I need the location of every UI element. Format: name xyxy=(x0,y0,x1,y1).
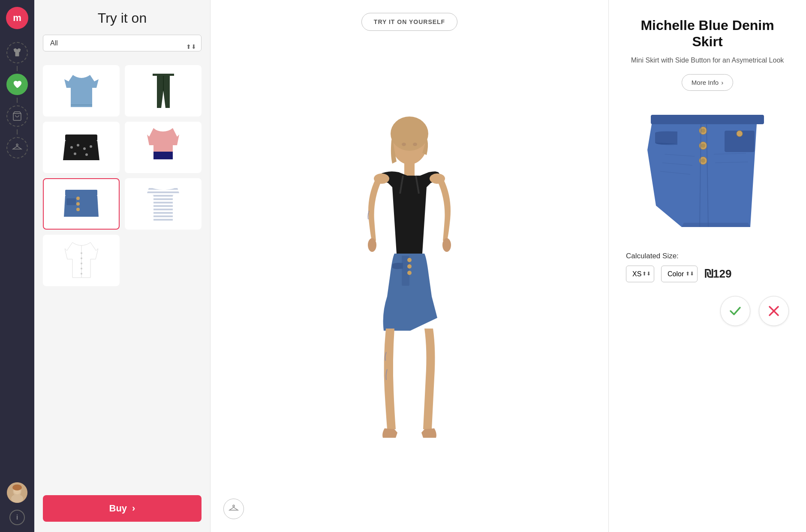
calculated-size-label: Calculated Size: xyxy=(626,252,679,260)
size-select-wrapper: XS S M L XL ⬆⬇ xyxy=(626,266,654,282)
color-select-wrapper: Color Blue Black White ⬆⬇ xyxy=(661,266,698,282)
try-on-yourself-button[interactable]: TRY IT ON YOURSELF xyxy=(361,13,457,31)
svg-point-24 xyxy=(81,257,82,259)
user-avatar[interactable] xyxy=(7,482,27,503)
svg-point-11 xyxy=(74,152,76,155)
filter-dropdown[interactable]: All Tops Bottoms Dresses Outerwear xyxy=(43,35,202,51)
svg-point-50 xyxy=(701,158,705,163)
svg-point-25 xyxy=(81,263,82,264)
svg-point-41 xyxy=(407,264,412,269)
size-select[interactable]: XS S M L XL xyxy=(626,266,654,282)
list-item[interactable] xyxy=(125,178,202,230)
svg-point-38 xyxy=(442,238,451,252)
svg-rect-6 xyxy=(65,134,97,141)
model-container xyxy=(219,39,600,519)
product-title: Michelle Blue Denim Skirt xyxy=(626,17,789,50)
center-panel: TRY IT ON YOURSELF xyxy=(210,0,609,532)
info-icon[interactable]: i xyxy=(9,510,25,525)
svg-rect-15 xyxy=(65,190,97,196)
list-item[interactable] xyxy=(43,178,120,230)
svg-point-5 xyxy=(12,484,22,490)
svg-rect-43 xyxy=(651,115,764,124)
svg-rect-13 xyxy=(153,152,173,159)
sidebar-item-favorites[interactable] xyxy=(6,74,28,95)
product-image xyxy=(635,103,780,240)
svg-point-8 xyxy=(77,144,79,146)
list-item[interactable] xyxy=(43,235,120,286)
buy-button[interactable]: Buy › xyxy=(43,495,202,522)
sidebar-item-clothes[interactable] xyxy=(6,42,28,63)
sidebar: m xyxy=(0,0,34,532)
svg-point-51 xyxy=(737,131,743,137)
svg-point-17 xyxy=(76,197,80,200)
clothing-grid xyxy=(43,65,202,286)
svg-point-30 xyxy=(402,143,406,146)
svg-point-46 xyxy=(701,129,705,133)
svg-point-37 xyxy=(368,238,376,252)
price-display: ₪129 xyxy=(704,267,731,281)
svg-point-23 xyxy=(81,252,82,254)
svg-point-7 xyxy=(70,146,73,149)
action-buttons xyxy=(720,296,789,326)
more-info-button[interactable]: More Info › xyxy=(682,74,733,91)
size-row: XS S M L XL ⬆⬇ Color Blue Black White ⬆⬇… xyxy=(626,266,731,282)
sidebar-item-cart[interactable] xyxy=(6,105,28,127)
svg-point-19 xyxy=(76,208,80,211)
right-panel: Michelle Blue Denim Skirt Mini Skirt wit… xyxy=(609,0,806,532)
app-logo[interactable]: m xyxy=(6,7,28,29)
svg-point-18 xyxy=(76,202,80,206)
cancel-button[interactable] xyxy=(759,296,789,326)
svg-point-48 xyxy=(701,143,705,148)
sidebar-nav xyxy=(0,39,34,161)
svg-point-42 xyxy=(407,271,412,275)
svg-point-12 xyxy=(85,153,88,156)
svg-rect-32 xyxy=(404,163,415,176)
list-item[interactable] xyxy=(43,65,120,117)
confirm-button[interactable] xyxy=(720,296,750,326)
model-figure xyxy=(337,112,482,446)
svg-point-26 xyxy=(81,268,82,269)
color-select[interactable]: Color Blue Black White xyxy=(661,266,698,282)
svg-point-3 xyxy=(11,494,23,503)
svg-rect-14 xyxy=(153,159,173,164)
svg-point-27 xyxy=(81,273,82,275)
svg-point-40 xyxy=(407,258,412,262)
svg-point-9 xyxy=(83,147,86,150)
product-subtitle: Mini Skirt with Side Button for an Asyme… xyxy=(631,55,784,66)
denim-skirt-image xyxy=(639,107,776,236)
page-title: Try it on xyxy=(43,10,202,26)
list-item[interactable] xyxy=(125,122,202,173)
hanger-button[interactable] xyxy=(223,499,244,519)
svg-rect-16 xyxy=(66,198,76,205)
left-panel: Try it on All Tops Bottoms Dresses Outer… xyxy=(34,0,210,532)
list-item[interactable] xyxy=(125,65,202,117)
svg-point-31 xyxy=(413,143,417,146)
svg-point-29 xyxy=(391,117,428,151)
svg-point-10 xyxy=(90,145,92,148)
list-item[interactable] xyxy=(43,122,120,173)
sidebar-bottom: i xyxy=(7,482,27,525)
filter-dropdown-wrapper: All Tops Bottoms Dresses Outerwear ⬆⬇ xyxy=(43,35,202,58)
sidebar-item-hanger[interactable] xyxy=(6,137,28,158)
